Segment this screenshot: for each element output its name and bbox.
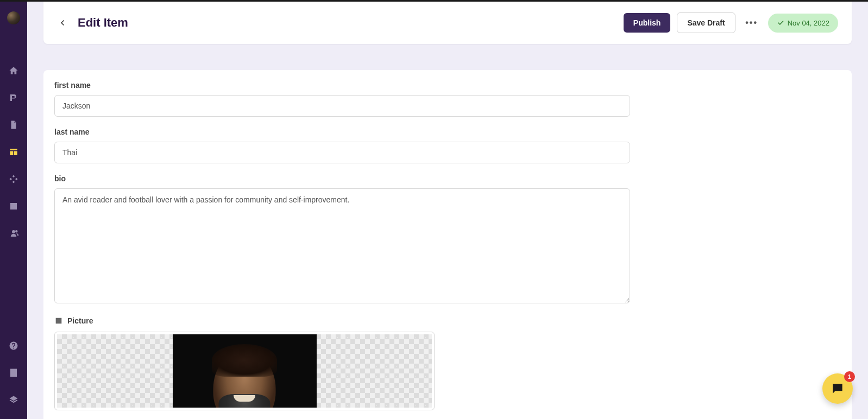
checkmark-icon bbox=[777, 19, 784, 27]
first-name-input[interactable] bbox=[54, 95, 630, 117]
form-panel: first name last name bio An avid reader … bbox=[43, 70, 852, 419]
help-icon[interactable] bbox=[0, 332, 27, 359]
media-icon[interactable] bbox=[0, 193, 27, 220]
picture-uploader[interactable] bbox=[54, 332, 435, 410]
more-options-button[interactable]: ••• bbox=[742, 13, 762, 33]
image-icon bbox=[54, 316, 63, 325]
status-date: Nov 04, 2022 bbox=[788, 19, 829, 27]
last-name-label: last name bbox=[54, 128, 841, 136]
picture-group: Picture bbox=[43, 316, 852, 410]
first-name-group: first name bbox=[43, 81, 852, 117]
blog-icon[interactable] bbox=[0, 84, 27, 111]
back-button[interactable] bbox=[57, 17, 68, 28]
layers-icon[interactable] bbox=[0, 386, 27, 414]
bio-group: bio An avid reader and football lover wi… bbox=[43, 174, 852, 306]
svg-point-1 bbox=[57, 319, 58, 320]
uploaded-image bbox=[173, 334, 317, 408]
document-icon[interactable] bbox=[0, 111, 27, 138]
picture-transparency-bg bbox=[57, 334, 432, 408]
chat-notification-badge: 1 bbox=[844, 371, 855, 382]
sidebar-nav bbox=[0, 2, 27, 419]
bio-textarea[interactable]: An avid reader and football lover with a… bbox=[54, 188, 630, 303]
chat-icon bbox=[831, 382, 845, 396]
status-badge: Nov 04, 2022 bbox=[768, 14, 838, 33]
bio-label: bio bbox=[54, 174, 841, 183]
chat-widget-button[interactable]: 1 bbox=[822, 373, 853, 404]
first-name-label: first name bbox=[54, 81, 841, 90]
main-content: Edit Item Publish Save Draft ••• Nov 04,… bbox=[27, 2, 868, 419]
page-header: Edit Item Publish Save Draft ••• Nov 04,… bbox=[43, 2, 852, 44]
page-title: Edit Item bbox=[78, 16, 128, 30]
last-name-group: last name bbox=[43, 128, 852, 163]
docs-icon[interactable] bbox=[0, 359, 27, 386]
integrations-icon[interactable] bbox=[0, 166, 27, 193]
svg-point-0 bbox=[11, 204, 12, 205]
save-draft-button[interactable]: Save Draft bbox=[677, 12, 735, 33]
users-icon[interactable] bbox=[0, 220, 27, 247]
publish-button[interactable]: Publish bbox=[624, 13, 671, 33]
last-name-input[interactable] bbox=[54, 142, 630, 163]
user-avatar[interactable] bbox=[7, 11, 20, 24]
home-icon[interactable] bbox=[0, 57, 27, 84]
collections-icon[interactable] bbox=[0, 138, 27, 166]
picture-label: Picture bbox=[67, 316, 93, 325]
